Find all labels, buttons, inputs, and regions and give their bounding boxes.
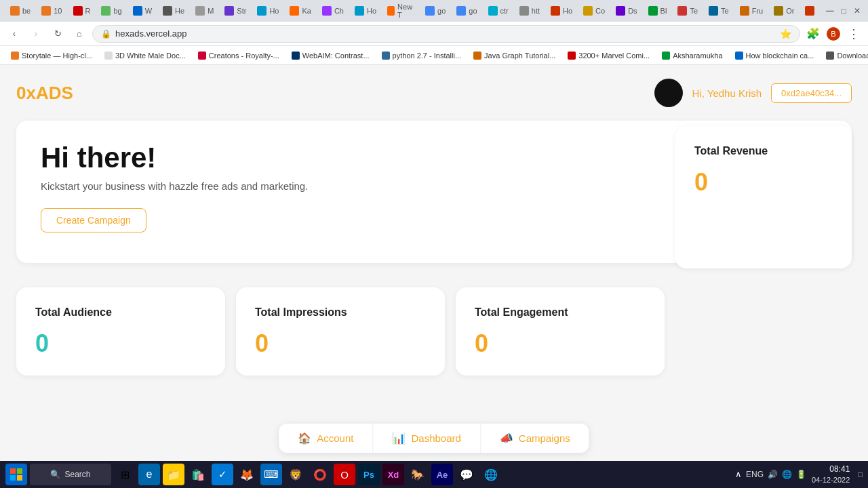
nav-item-campaigns[interactable]: 📣 Campaigns bbox=[481, 424, 589, 453]
taskbar-edge[interactable]: e bbox=[138, 464, 160, 485]
bookmark-item[interactable]: Download 204 free... bbox=[821, 50, 868, 61]
system-tray: ∧ ENG 🔊 🌐 🔋 bbox=[735, 469, 806, 479]
tab-inactive[interactable]: Dr bbox=[800, 1, 816, 20]
tab-inactive[interactable]: htt bbox=[515, 1, 545, 20]
taskbar-opera[interactable]: O bbox=[334, 464, 355, 485]
bookmark-item[interactable]: Aksharamukha bbox=[656, 50, 728, 61]
url-display: hexads.vercel.app bbox=[115, 28, 187, 39]
start-button[interactable] bbox=[5, 464, 27, 485]
search-button[interactable]: 🔍 Search bbox=[30, 464, 111, 485]
nav-item-account[interactable]: 🏠 Account bbox=[279, 424, 373, 453]
tab-inactive[interactable]: go bbox=[452, 1, 481, 20]
tab-inactive[interactable]: Fru bbox=[735, 1, 768, 20]
engagement-value: 0 bbox=[475, 329, 646, 358]
tab-inactive[interactable]: He bbox=[158, 1, 189, 20]
tab-inactive[interactable]: Str bbox=[220, 1, 251, 20]
tab-inactive[interactable]: Te bbox=[673, 1, 703, 20]
notification-button[interactable]: □ bbox=[858, 470, 863, 479]
header-right: Hi, Yedhu Krish 0xd2ae40c34... bbox=[654, 79, 852, 107]
app-logo: 0xADS bbox=[16, 83, 73, 104]
nav-bar: ‹ › ↻ ⌂ 🔒 hexads.vercel.app ⭐ 🧩 B ⋮ bbox=[0, 22, 868, 46]
task-view-button[interactable]: ⊞ bbox=[114, 464, 136, 485]
logo-prefix: 0x bbox=[16, 83, 36, 103]
tab-inactive[interactable]: Or bbox=[769, 1, 799, 20]
tab-inactive[interactable]: Ho bbox=[350, 1, 381, 20]
taskbar-app2[interactable]: 🌐 bbox=[480, 464, 502, 485]
tab-inactive[interactable]: Co bbox=[578, 1, 610, 20]
close-window-button[interactable]: ✕ bbox=[852, 5, 863, 16]
taskbar-vscode[interactable]: ⌨ bbox=[260, 464, 282, 485]
bookmark-item[interactable]: Java Graph Tutorial... bbox=[468, 50, 561, 61]
tab-inactive[interactable]: Bl bbox=[644, 1, 672, 20]
taskbar-store[interactable]: 🛍️ bbox=[187, 464, 209, 485]
tab-inactive[interactable]: W bbox=[128, 1, 157, 20]
taskbar-chrome[interactable]: ⭕ bbox=[309, 464, 331, 485]
back-button[interactable]: ‹ bbox=[5, 25, 23, 43]
greeting-label: Hi, bbox=[692, 87, 707, 99]
taskbar-brave[interactable]: 🦁 bbox=[285, 464, 307, 485]
taskbar-whatsapp[interactable]: 💬 bbox=[456, 464, 477, 485]
logo-suffix: ADS bbox=[36, 83, 73, 103]
minimize-button[interactable]: ─ bbox=[825, 5, 835, 16]
maximize-button[interactable]: □ bbox=[838, 5, 849, 16]
bookmark-item[interactable]: Storytale — High-cl... bbox=[5, 50, 98, 61]
tab-inactive[interactable]: M bbox=[191, 1, 218, 20]
nav-item-dashboard[interactable]: 📊 Dashboard bbox=[373, 424, 480, 453]
impressions-label: Total Impressions bbox=[255, 306, 426, 319]
taskbar-date-display: 04-12-2022 bbox=[812, 475, 850, 485]
taskbar-firefox[interactable]: 🦊 bbox=[236, 464, 258, 485]
tab-inactive[interactable]: Te bbox=[704, 1, 734, 20]
create-campaign-button[interactable]: Create Campaign bbox=[41, 208, 146, 232]
tab-inactive[interactable]: Ho bbox=[546, 1, 577, 20]
tab-inactive[interactable]: Ch bbox=[317, 1, 349, 20]
taskbar-photoshop[interactable]: Ps bbox=[358, 464, 380, 485]
address-bar[interactable]: 🔒 hexads.vercel.app ⭐ bbox=[92, 25, 800, 43]
tab-inactive[interactable]: be bbox=[5, 1, 35, 20]
nav-account-label: Account bbox=[317, 432, 353, 444]
tab-inactive[interactable]: 10 bbox=[37, 1, 66, 20]
tab-inactive[interactable]: bg bbox=[96, 1, 126, 20]
stat-card-impressions: Total Impressions 0 bbox=[236, 287, 445, 375]
wallet-button[interactable]: 0xd2ae40c34... bbox=[771, 83, 852, 103]
stat-card-audience: Total Audience 0 bbox=[16, 287, 225, 375]
bookmark-item[interactable]: 3D White Male Doc... bbox=[99, 50, 191, 61]
tab-inactive[interactable]: ctr bbox=[484, 1, 513, 20]
tab-inactive[interactable]: New T bbox=[382, 1, 419, 20]
taskbar-xd[interactable]: Xd bbox=[382, 464, 404, 485]
taskbar-ae[interactable]: Ae bbox=[431, 464, 453, 485]
audience-value: 0 bbox=[35, 329, 206, 358]
taskbar-explorer[interactable]: 📁 bbox=[163, 464, 184, 485]
impressions-value: 0 bbox=[255, 329, 426, 358]
nav-dashboard-label: Dashboard bbox=[411, 432, 460, 444]
app-header: 0xADS Hi, Yedhu Krish 0xd2ae40c34... bbox=[16, 79, 852, 107]
svg-rect-25 bbox=[10, 468, 16, 474]
greeting-text: Hi, Yedhu Krish bbox=[692, 87, 762, 99]
svg-rect-26 bbox=[17, 468, 22, 474]
tab-inactive[interactable]: R bbox=[68, 1, 96, 20]
taskbar-mail[interactable]: ✓ bbox=[212, 464, 233, 485]
extensions-button[interactable]: 🧩 bbox=[804, 25, 822, 43]
menu-button[interactable]: ⋮ bbox=[845, 25, 863, 43]
svg-rect-28 bbox=[17, 475, 22, 481]
main-area: Hi there! Kickstart your business with h… bbox=[16, 121, 852, 275]
taskbar-app1[interactable]: 🐎 bbox=[407, 464, 429, 485]
bookmark-item[interactable]: WebAIM: Contrast... bbox=[286, 50, 375, 61]
nav-campaigns-label: Campaigns bbox=[519, 432, 570, 444]
hero-content: Hi there! Kickstart your business with h… bbox=[41, 142, 827, 232]
taskbar-clock: 08:41 04-12-2022 bbox=[812, 464, 850, 485]
tab-inactive[interactable]: Ds bbox=[611, 1, 642, 20]
bookmark-item[interactable]: python 2.7 - Installi... bbox=[376, 50, 467, 61]
bookmark-item[interactable]: Creatons - Royalty-... bbox=[193, 50, 285, 61]
hero-subtitle: Kickstart your business with hazzle free… bbox=[41, 180, 827, 192]
svg-rect-27 bbox=[10, 475, 16, 481]
reload-button[interactable]: ↻ bbox=[49, 25, 66, 43]
tab-inactive[interactable]: go bbox=[420, 1, 450, 20]
tab-inactive[interactable]: Ho bbox=[252, 1, 283, 20]
bookmark-item[interactable]: 3200+ Marvel Comi... bbox=[562, 50, 655, 61]
forward-button[interactable]: › bbox=[27, 25, 45, 43]
stat-card-engagement: Total Engagement 0 bbox=[456, 287, 665, 375]
home-button[interactable]: ⌂ bbox=[71, 25, 88, 43]
tab-inactive[interactable]: Ka bbox=[285, 1, 315, 20]
bookmark-item[interactable]: How blockchain ca... bbox=[730, 50, 820, 61]
profile-button[interactable]: B bbox=[825, 25, 842, 43]
